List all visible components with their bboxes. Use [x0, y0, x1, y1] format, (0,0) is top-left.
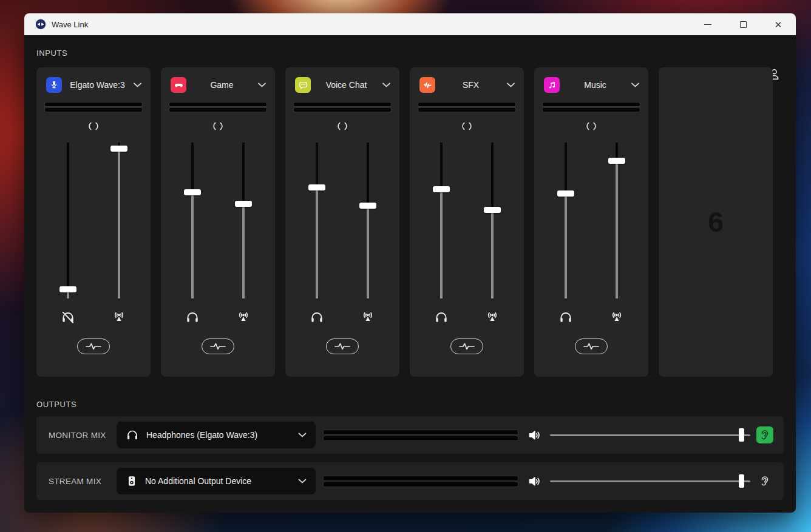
- channel-level-meter: [294, 103, 391, 112]
- gamepad-icon: [171, 77, 186, 93]
- monitor-mix-fader[interactable]: [184, 143, 201, 298]
- monitor-mute-button[interactable]: [433, 309, 450, 325]
- close-button[interactable]: ✕: [761, 13, 796, 35]
- monitor-mix-fader[interactable]: [308, 143, 325, 298]
- fader-handle[interactable]: [308, 184, 325, 190]
- effects-button[interactable]: [77, 338, 110, 354]
- monitor-mix-row: MONITOR MIX Headphones (Elgato Wave:3): [36, 416, 784, 454]
- microphone-icon: [46, 77, 62, 93]
- chevron-down-icon: [631, 82, 640, 88]
- chevron-down-icon: [506, 82, 515, 88]
- channel-faders: [285, 143, 399, 298]
- channel-source-dropdown[interactable]: Elgato Wave:3: [36, 67, 151, 93]
- fader-handle[interactable]: [557, 190, 574, 197]
- stream-volume-slider[interactable]: [550, 474, 750, 488]
- stream-mute-button[interactable]: [110, 309, 127, 325]
- monitor-level-meter: [324, 430, 518, 440]
- stream-listen-button[interactable]: [756, 473, 773, 490]
- fader-handle[interactable]: [433, 186, 450, 192]
- wave-link-window: Wave Link ✕ INPUTS: [24, 13, 796, 513]
- channel-level-meter: [418, 103, 515, 112]
- channel-faders: [410, 143, 524, 298]
- fader-link-toggle[interactable]: [585, 120, 598, 135]
- effects-button[interactable]: [202, 338, 234, 354]
- effects-button[interactable]: [326, 338, 359, 354]
- chevron-down-icon: [133, 82, 142, 88]
- fader-handle[interactable]: [110, 146, 127, 152]
- stream-mix-row: STREAM MIX No Additional Output Device: [36, 462, 784, 500]
- channel-source-dropdown[interactable]: Music: [534, 67, 648, 93]
- channel-card-music: Music: [534, 67, 648, 377]
- stream-output-device-dropdown[interactable]: No Additional Output Device: [117, 468, 316, 494]
- monitor-listen-button[interactable]: [756, 426, 773, 443]
- chevron-down-icon: [257, 82, 266, 88]
- channel-source-dropdown[interactable]: Game: [161, 67, 275, 93]
- maximize-button[interactable]: [725, 13, 761, 35]
- outputs-section-label: OUTPUTS: [36, 400, 784, 409]
- channel-label: SFX: [435, 80, 506, 90]
- channel-label: Game: [186, 80, 257, 90]
- monitor-mute-button[interactable]: [184, 309, 201, 325]
- effects-button[interactable]: [450, 338, 483, 354]
- monitor-volume-slider[interactable]: [550, 428, 750, 442]
- stream-mute-button[interactable]: [484, 309, 501, 325]
- headphones-icon: [125, 428, 140, 442]
- window-title: Wave Link: [52, 20, 88, 29]
- speaker-volume-icon: [528, 474, 543, 489]
- inputs-section-label: INPUTS: [36, 35, 784, 58]
- channel-card-game: Game: [161, 67, 275, 377]
- monitor-mute-button[interactable]: [308, 309, 325, 325]
- channel-faders: [36, 143, 151, 298]
- wave-link-logo-icon: [35, 19, 46, 30]
- stream-mix-fader[interactable]: [484, 143, 501, 298]
- fader-handle[interactable]: [359, 203, 376, 209]
- stream-mix-fader[interactable]: [235, 143, 252, 298]
- chevron-down-icon: [297, 478, 307, 484]
- channel-card-sfx: SFX: [410, 67, 524, 377]
- stream-mute-button[interactable]: [235, 309, 252, 325]
- empty-channel-slot: 6: [659, 67, 773, 377]
- titlebar: Wave Link ✕: [24, 13, 796, 35]
- fader-link-toggle[interactable]: [460, 120, 473, 135]
- fader-handle[interactable]: [484, 207, 501, 213]
- stream-mix-fader[interactable]: [359, 143, 376, 298]
- monitor-mix-label: MONITOR MIX: [49, 431, 117, 440]
- fader-link-toggle[interactable]: [211, 120, 225, 135]
- chevron-down-icon: [382, 82, 391, 88]
- monitor-mute-button[interactable]: [557, 309, 574, 325]
- slider-handle[interactable]: [739, 474, 744, 488]
- fader-handle[interactable]: [184, 189, 201, 195]
- fader-handle[interactable]: [59, 286, 76, 292]
- channel-label: Music: [560, 80, 631, 90]
- app-content: INPUTS: [24, 35, 796, 513]
- stream-mute-button[interactable]: [608, 309, 625, 325]
- fader-link-toggle[interactable]: [336, 120, 349, 135]
- monitor-mix-fader[interactable]: [557, 143, 574, 298]
- channel-label: Elgato Wave:3: [62, 80, 133, 90]
- minimize-button[interactable]: [690, 13, 725, 35]
- channel-source-dropdown[interactable]: Voice Chat: [285, 67, 399, 93]
- slider-handle[interactable]: [739, 428, 744, 442]
- monitor-output-device-dropdown[interactable]: Headphones (Elgato Wave:3): [117, 422, 316, 448]
- fader-link-toggle[interactable]: [87, 120, 100, 135]
- channel-source-dropdown[interactable]: SFX: [410, 67, 524, 93]
- stream-mute-button[interactable]: [359, 309, 376, 325]
- fader-handle[interactable]: [608, 158, 625, 164]
- effects-button[interactable]: [575, 338, 608, 354]
- stream-mix-fader[interactable]: [110, 143, 127, 298]
- fader-handle[interactable]: [235, 201, 252, 207]
- monitor-device-name: Headphones (Elgato Wave:3): [146, 430, 297, 440]
- monitor-mix-fader[interactable]: [433, 143, 450, 298]
- stream-mix-label: STREAM MIX: [49, 477, 117, 486]
- empty-slot-number: 6: [708, 206, 724, 238]
- stream-device-name: No Additional Output Device: [145, 476, 297, 486]
- channel-level-meter: [169, 103, 266, 112]
- monitor-mute-button[interactable]: [59, 309, 76, 325]
- waveform-icon: [419, 77, 435, 93]
- channel-faders: [534, 143, 648, 298]
- channel-level-meter: [543, 103, 640, 112]
- monitor-mix-fader[interactable]: [59, 143, 76, 298]
- input-channels-row: Elgato Wave:3: [36, 67, 784, 377]
- channel-label: Voice Chat: [311, 80, 382, 90]
- stream-mix-fader[interactable]: [608, 143, 625, 298]
